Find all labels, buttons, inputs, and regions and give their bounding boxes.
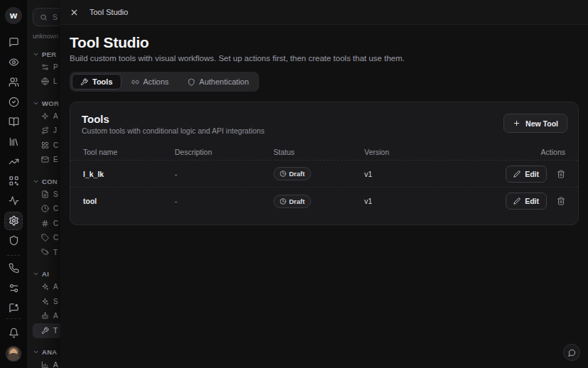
trash-icon <box>557 170 565 178</box>
status-badge: Draft <box>273 195 311 208</box>
rail-item-security[interactable] <box>4 232 23 250</box>
table-row: tool - Draft v1 Edit <box>70 188 578 215</box>
rail-item-library[interactable] <box>4 132 23 151</box>
section-header[interactable]: ANA <box>33 347 60 358</box>
tab-tools[interactable]: Tools <box>72 74 121 90</box>
sidebar-search-input[interactable]: S <box>33 8 60 26</box>
sidebar-item[interactable]: T <box>33 245 60 260</box>
new-tool-label: New Tool <box>526 119 558 128</box>
rail-item-qr[interactable] <box>4 172 23 190</box>
tool-name: l_k_lk <box>83 170 175 178</box>
item-label: E <box>53 156 58 163</box>
delete-button[interactable] <box>557 197 565 205</box>
sidebar-item[interactable]: C <box>33 231 60 246</box>
sidebar-item[interactable]: J <box>33 124 60 139</box>
chevron-down-icon <box>33 271 39 277</box>
tool-name: tool <box>83 197 175 205</box>
edit-label: Edit <box>525 170 539 178</box>
rail-item-contacts[interactable] <box>4 73 23 92</box>
sidebar-item[interactable]: A <box>33 309 60 324</box>
user-avatar[interactable] <box>6 346 21 362</box>
rail-item-phone[interactable] <box>4 259 23 278</box>
close-button[interactable] <box>70 8 79 17</box>
tab-bar: Tools Actions Authentication <box>70 72 259 92</box>
edit-button[interactable]: Edit <box>506 193 547 210</box>
edit-label: Edit <box>525 197 539 205</box>
wrench-icon <box>41 327 49 335</box>
item-label: C <box>53 205 58 212</box>
sidebar-item[interactable]: A <box>33 280 60 295</box>
column-header-actions: Actions <box>486 148 565 156</box>
sidebar-item-tool-studio[interactable]: T <box>33 323 60 338</box>
sidebar-item[interactable]: C <box>33 202 60 217</box>
sidebar-item[interactable]: L <box>33 75 60 90</box>
wrench-icon <box>80 78 88 86</box>
rail-divider <box>7 255 20 256</box>
workspace-label: unknown <box>33 33 60 40</box>
bot-icon <box>41 312 49 320</box>
rail-item-visibility[interactable] <box>4 53 23 72</box>
sidebar-item[interactable]: E <box>33 153 60 168</box>
circle-check-icon <box>9 97 19 107</box>
sparkles-icon <box>41 283 49 291</box>
bar-chart-icon <box>41 361 49 368</box>
section-header[interactable]: PER <box>33 48 60 60</box>
new-tool-button[interactable]: New Tool <box>503 114 567 133</box>
item-label: T <box>53 249 58 256</box>
section-header[interactable]: AI <box>33 269 60 280</box>
item-label: C <box>53 220 58 227</box>
section-label: CON <box>42 178 58 185</box>
rail-item-flows[interactable] <box>4 278 23 297</box>
rail-item-conversations[interactable] <box>4 33 23 52</box>
nav-sidebar: S unknown PER P L <box>27 0 60 368</box>
item-label: A <box>53 283 58 291</box>
book-open-icon <box>9 117 19 127</box>
section-header[interactable]: CON <box>33 175 60 187</box>
pencil-icon <box>513 171 521 178</box>
rail-item-notifications[interactable] <box>4 323 23 342</box>
tab-actions[interactable]: Actions <box>123 74 178 90</box>
rail-item-feedback[interactable] <box>4 298 23 317</box>
status-label: Draft <box>289 170 305 178</box>
search-icon <box>40 13 48 21</box>
rail-item-settings[interactable] <box>4 212 23 230</box>
sidebar-section-ana: ANA A <box>33 347 60 368</box>
sidebar-item[interactable]: A <box>33 109 60 124</box>
sidebar-item[interactable]: S <box>33 294 60 309</box>
globe-icon <box>41 77 49 85</box>
rail-item-tasks[interactable] <box>4 93 23 112</box>
delete-button[interactable] <box>557 170 565 178</box>
table-header-row: Tool name Description Status Version Act… <box>70 144 578 161</box>
bell-icon <box>9 328 19 338</box>
plus-icon <box>513 119 521 127</box>
workspace-logo[interactable]: w <box>5 7 22 24</box>
help-chat-button[interactable] <box>563 344 580 361</box>
sidebar-item[interactable]: C <box>33 138 60 153</box>
page-description: Build custom tools with visual workflows… <box>70 54 579 63</box>
tab-authentication[interactable]: Authentication <box>179 74 258 90</box>
hash-icon <box>41 220 49 227</box>
sidebar-item[interactable]: C <box>33 216 60 231</box>
sidebar-section-wor: WOR A J C E <box>33 97 60 167</box>
eye-icon <box>9 57 19 67</box>
tool-description: - <box>175 170 273 178</box>
rail-item-activity[interactable] <box>4 192 23 210</box>
column-header-version: Version <box>364 148 486 156</box>
tag-icon <box>41 234 49 242</box>
shield-icon <box>9 235 19 246</box>
mail-icon <box>41 156 49 163</box>
edit-button[interactable]: Edit <box>506 166 547 183</box>
rail-item-knowledge[interactable] <box>4 112 23 131</box>
section-header[interactable]: WOR <box>33 97 60 109</box>
sidebar-item[interactable]: A <box>33 358 60 368</box>
close-icon <box>70 8 79 17</box>
qr-code-icon <box>9 175 19 186</box>
rail-item-growth[interactable] <box>4 152 23 171</box>
item-label: C <box>53 141 58 149</box>
sidebar-section-con: CON S C C C <box>33 175 60 260</box>
sidebar-item[interactable]: S <box>33 187 60 202</box>
shield-icon <box>187 78 195 86</box>
trash-icon <box>557 197 565 205</box>
status-label: Draft <box>289 197 305 205</box>
sidebar-item[interactable]: P <box>33 60 60 75</box>
